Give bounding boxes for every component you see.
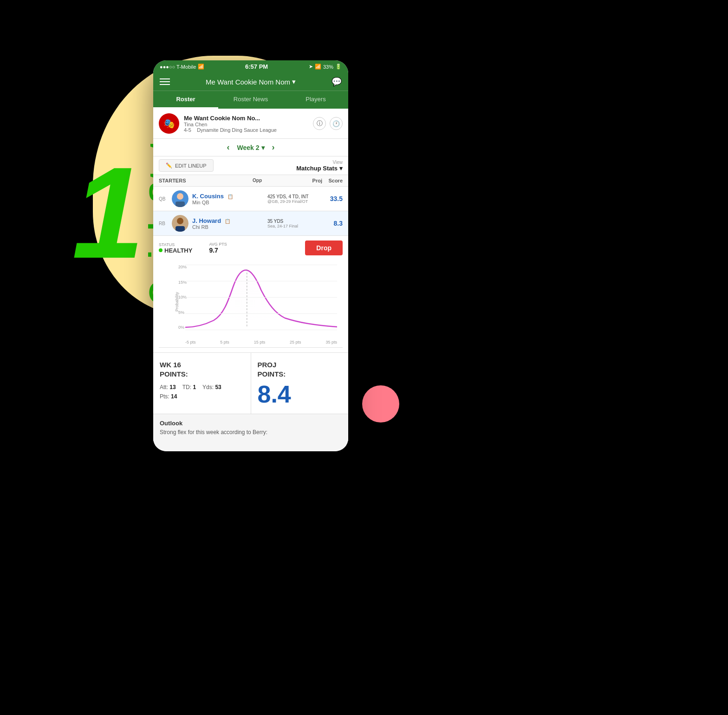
pos-qb: QB: [159, 196, 168, 202]
col-score-label: Score: [322, 178, 343, 183]
howard-team: Chi RB: [192, 224, 264, 230]
phone-bottom: [153, 442, 348, 451]
tab-roster[interactable]: Roster: [153, 91, 218, 109]
team-details: Me Want Cookie Nom No... Tina Chen 4-5 D…: [184, 115, 308, 133]
status-left: ●●●○○ T-Mobile 📶: [160, 64, 204, 70]
tab-roster-news[interactable]: Roster News: [218, 91, 283, 109]
healthy-status: HEALTHY: [159, 247, 192, 254]
wk-points-stats: Att: 13 TD: 1 Yds: 53 Pts: 14: [160, 384, 244, 400]
header-title[interactable]: Me Want Cookie Nom Nom ▾: [206, 78, 296, 86]
wifi-signal-icon: 📶: [315, 64, 321, 70]
status-time: 6:57 PM: [245, 63, 268, 70]
view-label: View: [296, 160, 343, 165]
drop-button[interactable]: Drop: [305, 240, 343, 255]
yds-stat: Yds: 53: [202, 384, 221, 390]
avgpts-value: 9.7: [209, 247, 227, 254]
player-row-cousins[interactable]: QB K. Cousins 📋 Min QB 425 YDS, 4 TD, IN…: [153, 187, 348, 211]
player-row-howard[interactable]: RB J. Howard 📋 Chi RB 35 YDS Sea, 24-17 …: [153, 211, 348, 236]
col-opp-label: Opp: [253, 178, 304, 183]
header-dropdown-icon: ▾: [292, 78, 296, 86]
howard-icon: 📋: [225, 219, 230, 224]
big-number: 1: [72, 148, 144, 278]
x-axis: -5 pts 5 pts 15 pts 25 pts 35 pts: [185, 339, 337, 347]
svg-point-1: [177, 193, 183, 200]
x-label-15: 15 pts: [254, 340, 266, 344]
pts-stat: Pts: 14: [160, 393, 177, 400]
grid-line-1: [185, 281, 337, 281]
info-icon[interactable]: ⓘ: [313, 117, 326, 130]
team-avatar: 🎭: [159, 113, 179, 134]
edit-icon: ✏️: [166, 162, 172, 169]
x-label-35: 35 pts: [325, 340, 337, 344]
x-label-5: 5 pts: [220, 340, 229, 344]
phone-mockup: ●●●○○ T-Mobile 📶 6:57 PM ➤ 📶 33% 🔋 Me Wa…: [153, 60, 348, 451]
battery-text: 33%: [323, 64, 333, 70]
howard-info: J. Howard 📋 Chi RB: [192, 217, 264, 230]
cousins-info: K. Cousins 📋 Min QB: [192, 193, 264, 205]
grid-line-bottom: [185, 330, 337, 330]
proj-points-title: PROJ POINTS:: [258, 360, 342, 378]
howard-avatar: [172, 215, 188, 232]
hamburger-menu[interactable]: [160, 78, 170, 85]
x-label-25: 25 pts: [290, 340, 301, 344]
svg-rect-2: [176, 202, 185, 207]
team-name: Me Want Cookie Nom No...: [184, 115, 308, 122]
background-circle: [362, 385, 399, 422]
clock-icon[interactable]: 🕐: [330, 117, 343, 130]
cousins-name: K. Cousins 📋: [192, 193, 264, 200]
status-bar: ●●●○○ T-Mobile 📶 6:57 PM ➤ 📶 33% 🔋: [153, 60, 348, 73]
lineup-bar: ✏️ EDIT LINEUP View Matchup Stats ▾: [153, 156, 348, 175]
tab-players[interactable]: Players: [283, 91, 348, 109]
probability-chart: Probability 20% 15% 10% 5% 0%: [159, 260, 343, 348]
att-stat: Att: 13: [160, 384, 176, 390]
td-stat: TD: 1: [182, 384, 196, 390]
player-expanded-detail: STATUS HEALTHY AVG PTS 9.7 Drop Probabil…: [153, 236, 348, 353]
gps-icon: ➤: [309, 64, 313, 70]
cousins-score: 33.5: [322, 195, 343, 202]
col-proj-label: Proj: [304, 178, 322, 183]
week-next-button[interactable]: ›: [272, 143, 275, 152]
chat-icon[interactable]: 💬: [332, 77, 342, 87]
col-starters-label: STARTERS: [159, 178, 253, 183]
edit-lineup-button[interactable]: ✏️ EDIT LINEUP: [159, 159, 214, 172]
matchup-stats-button[interactable]: Matchup Stats ▾: [296, 165, 343, 172]
team-record: 4-5 Dynamite Ding Ding Sauce League: [184, 127, 308, 133]
team-info-row: 🎭 Me Want Cookie Nom No... Tina Chen 4-5…: [153, 109, 348, 139]
app-header: Me Want Cookie Nom Nom ▾ 💬: [153, 73, 348, 91]
hamburger-line: [160, 84, 170, 85]
team-icons: ⓘ 🕐: [313, 117, 343, 130]
wk-points-box: WK 16 POINTS: Att: 13 TD: 1 Yds: 53 Pts:…: [153, 353, 251, 414]
chart-area: Probability 20% 15% 10% 5% 0%: [164, 265, 337, 339]
status-right: ➤ 📶 33% 🔋: [309, 64, 342, 70]
svg-rect-5: [176, 226, 185, 232]
howard-name: J. Howard 📋: [192, 217, 264, 224]
week-navigation: ‹ Week 2 ▾ ›: [153, 139, 348, 156]
svg-point-4: [177, 218, 183, 224]
grid-line-top: [185, 265, 337, 265]
cousins-opp: 425 YDS, 4 TD, INT @GB, 29-29 Final/OT: [267, 194, 318, 204]
grid-line-3: [185, 313, 337, 314]
view-section: View Matchup Stats ▾: [296, 160, 343, 172]
x-label-neg5: -5 pts: [185, 340, 196, 344]
hamburger-line: [160, 78, 170, 79]
cousins-icon: 📋: [228, 194, 233, 199]
expanded-stats-row: STATUS HEALTHY AVG PTS 9.7 Drop: [159, 240, 343, 255]
carrier-text: ●●●○○ T-Mobile: [160, 64, 196, 70]
wk-points-title: WK 16 POINTS:: [160, 360, 244, 378]
tab-bar: Roster Roster News Players: [153, 91, 348, 109]
avgpts-section: AVG PTS 9.7: [209, 242, 227, 254]
team-owner: Tina Chen: [184, 122, 308, 127]
points-grid: WK 16 POINTS: Att: 13 TD: 1 Yds: 53 Pts:…: [153, 353, 348, 414]
week-prev-button[interactable]: ‹: [227, 143, 230, 152]
pos-rb: RB: [159, 221, 168, 226]
header-team-name: Me Want Cookie Nom Nom: [206, 78, 290, 86]
week-label[interactable]: Week 2 ▾: [237, 144, 265, 151]
week-dropdown-icon: ▾: [261, 144, 265, 151]
outlook-text: Strong flex for this week according to B…: [160, 429, 342, 436]
avgpts-label: AVG PTS: [209, 242, 227, 247]
hamburger-line: [160, 81, 170, 82]
proj-points-box: PROJ POINTS: 8.4: [251, 353, 349, 414]
proj-number: 8.4: [258, 382, 342, 406]
outlook-title: Outlook: [160, 420, 342, 427]
matchup-dropdown-icon: ▾: [339, 165, 343, 172]
